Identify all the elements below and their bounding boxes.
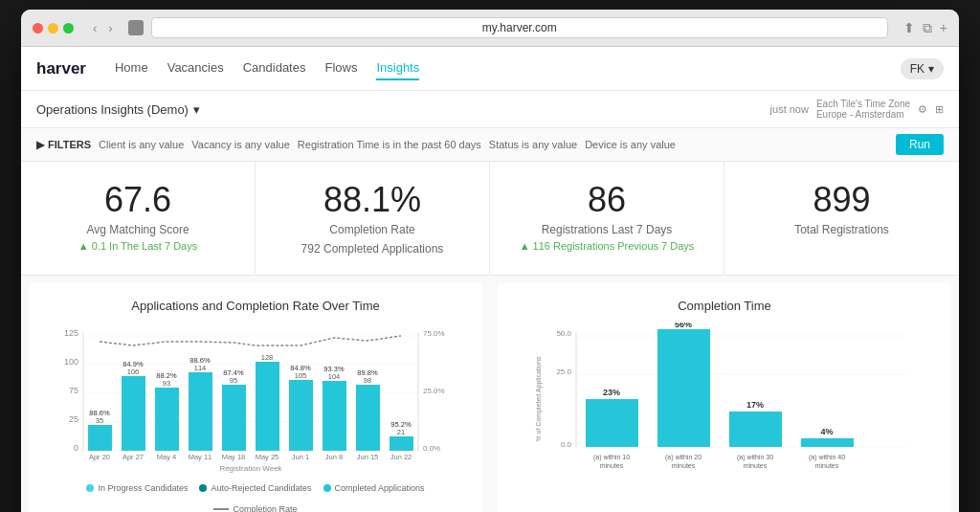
filters-bar: ▶ FILTERS Client is any value Vacancy is… (21, 128, 959, 162)
svg-text:100: 100 (64, 357, 78, 367)
svg-text:17%: 17% (746, 400, 764, 410)
timezone-info: Each Tile's Time Zone Europe - Amsterdam (816, 99, 910, 120)
svg-rect-19 (122, 376, 145, 451)
svg-text:(a) within 30: (a) within 30 (737, 454, 773, 461)
metric-label-reg7d: Registrations Last 7 Days (505, 223, 708, 236)
svg-text:0: 0 (74, 443, 78, 453)
nav-items: Home Vacancies Candidates Flows Insights (115, 56, 881, 80)
svg-text:56%: 56% (675, 323, 692, 329)
grid-icon[interactable]: ⊞ (935, 103, 944, 116)
svg-text:35: 35 (96, 416, 103, 425)
metric-value-completion: 88.1% (271, 181, 474, 219)
in-progress-color (86, 484, 94, 492)
svg-text:21: 21 (397, 428, 405, 436)
metrics-row: 67.6 Avg Matching Score ▲ 0.1 In The Las… (21, 162, 959, 276)
svg-text:25.0: 25.0 (556, 367, 571, 376)
completion-time-title: Completion Time (513, 299, 936, 313)
user-badge[interactable]: FK ▾ (901, 58, 944, 79)
metric-value-score: 67.6 (36, 181, 239, 219)
svg-text:Registration Week: Registration Week (219, 464, 282, 473)
svg-text:93: 93 (163, 379, 170, 388)
svg-text:84.8%: 84.8% (290, 364, 311, 372)
svg-text:88.2%: 88.2% (156, 371, 177, 380)
metric-sub-completion: 792 Completed Applications (271, 242, 474, 256)
user-initials: FK (910, 62, 924, 76)
filter-registration-time[interactable]: Registration Time is in the past 60 days (298, 139, 481, 150)
filter-client[interactable]: Client is any value (99, 139, 184, 150)
metric-delta-score: ▲ 0.1 In The Last 7 Days (36, 240, 239, 252)
svg-text:May 25: May 25 (256, 453, 279, 461)
share-button[interactable]: ⬆ (903, 20, 915, 36)
settings-icons: ⚙ ⊞ (918, 103, 944, 116)
svg-rect-74 (801, 438, 854, 447)
gear-icon[interactable]: ⚙ (918, 103, 927, 116)
svg-text:Completion Time Tier: Completion Time Tier (688, 474, 761, 476)
nav-candidates[interactable]: Candidates (243, 56, 306, 80)
metric-label-total: Total Registrations (740, 223, 944, 236)
svg-text:May 18: May 18 (222, 453, 246, 461)
filter-vacancy[interactable]: Vacancy is any value (191, 139, 290, 150)
charts-row: Applications and Completion Rate Over Ti… (21, 276, 959, 512)
svg-rect-31 (222, 385, 246, 451)
svg-rect-70 (729, 412, 782, 447)
applications-chart-svg: 125 100 75 25 0 75.0% 2 (44, 323, 467, 476)
svg-text:87.4%: 87.4% (223, 368, 244, 377)
duplicate-button[interactable]: ⧉ (923, 20, 932, 36)
completion-time-chart: 50.0 25.0 0.0 23% (a) within 10 minutes (513, 323, 936, 476)
nav-home[interactable]: Home (115, 56, 148, 80)
back-button[interactable]: ‹ (89, 19, 100, 37)
svg-text:% of Completed Applications: % of Completed Applications (535, 356, 543, 442)
svg-text:Jun 15: Jun 15 (357, 453, 379, 461)
filter-status[interactable]: Status is any value (489, 139, 577, 150)
timezone-label: Each Tile's Time Zone (816, 99, 910, 109)
metric-label-score: Avg Matching Score (36, 223, 239, 236)
run-button[interactable]: Run (896, 134, 944, 155)
svg-text:Jun 1: Jun 1 (292, 453, 309, 461)
metric-matching-score: 67.6 Avg Matching Score ▲ 0.1 In The Las… (21, 162, 256, 275)
browser-window: ‹ › my.harver.com ⬆ ⧉ + harver Home Vaca… (21, 10, 959, 512)
svg-text:88.6%: 88.6% (189, 356, 211, 365)
add-tab-button[interactable]: + (940, 20, 947, 36)
svg-text:minutes: minutes (815, 462, 839, 469)
legend-completion-rate: Completion Rate (213, 504, 297, 512)
nav-insights[interactable]: Insights (376, 56, 419, 80)
forward-button[interactable]: › (104, 19, 116, 37)
svg-text:Jun 8: Jun 8 (325, 453, 343, 461)
dashboard-select[interactable]: Operations Insights (Demo) ▾ (36, 102, 200, 117)
nav-vacancies[interactable]: Vacancies (167, 56, 224, 80)
svg-rect-46 (356, 385, 380, 451)
svg-rect-35 (256, 362, 279, 451)
browser-actions: ⬆ ⧉ + (903, 20, 947, 36)
address-bar[interactable]: my.harver.com (151, 17, 888, 38)
maximize-button[interactable] (63, 23, 74, 33)
minimize-button[interactable] (48, 23, 58, 33)
svg-text:88.6%: 88.6% (89, 409, 110, 417)
svg-text:4%: 4% (820, 427, 833, 436)
nav-flows[interactable]: Flows (324, 56, 357, 80)
svg-text:minutes: minutes (744, 462, 768, 469)
svg-text:25.0%: 25.0% (423, 387, 445, 395)
completion-time-svg: 50.0 25.0 0.0 23% (a) within 10 minutes (513, 323, 936, 476)
filters-label: ▶ FILTERS (36, 139, 91, 151)
svg-text:50.0: 50.0 (556, 329, 571, 338)
timezone-value: Europe - Amsterdam (816, 109, 910, 120)
svg-text:(a) within 20: (a) within 20 (665, 454, 702, 461)
chart-legend: In Progress Candidates Auto-Rejected Can… (44, 483, 467, 512)
legend-completed: Completed Applications (323, 483, 425, 493)
metric-delta-reg7d: ▲ 116 Registrations Previous 7 Days (505, 240, 708, 252)
svg-rect-50 (390, 436, 413, 451)
metric-registrations-7d: 86 Registrations Last 7 Days ▲ 116 Regis… (490, 162, 724, 275)
svg-text:25: 25 (69, 414, 78, 424)
svg-text:Apr 20: Apr 20 (89, 453, 110, 461)
svg-text:0.0%: 0.0% (423, 444, 440, 453)
svg-text:95.2%: 95.2% (390, 420, 412, 429)
metric-value-total: 899 (740, 181, 944, 219)
svg-text:93.3%: 93.3% (323, 365, 345, 373)
svg-text:105: 105 (295, 371, 307, 380)
svg-rect-62 (586, 399, 638, 447)
filter-device[interactable]: Device is any value (585, 139, 676, 150)
svg-text:104: 104 (328, 372, 341, 381)
filter-chevron-icon: ▶ (36, 139, 44, 151)
close-button[interactable] (33, 23, 43, 33)
completion-time-panel: Completion Time 50.0 25.0 0.0 (498, 283, 951, 512)
